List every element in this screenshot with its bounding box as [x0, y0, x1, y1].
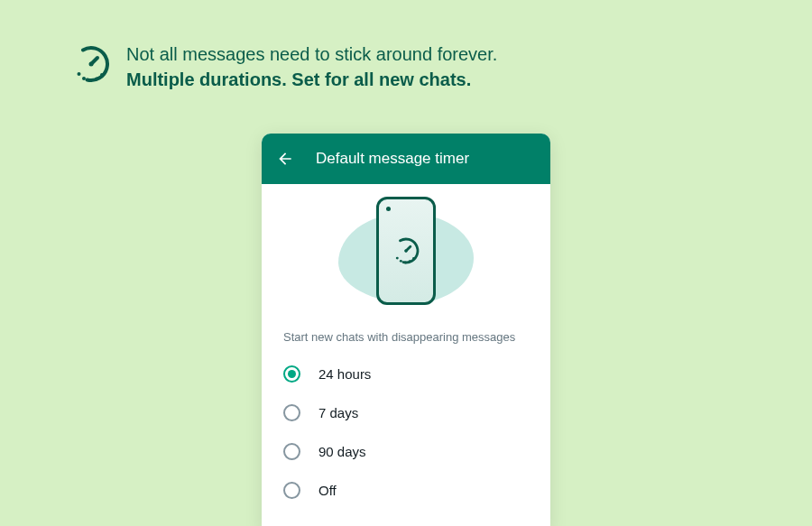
phone-camera-dot — [386, 207, 391, 211]
timer-icon — [391, 235, 421, 266]
option-24-hours[interactable]: 24 hours — [269, 355, 543, 393]
banner-line-2: Multiple durations. Set for all new chat… — [126, 67, 497, 92]
settings-screen: Default message timer Start new chats wi… — [262, 134, 550, 526]
option-label: 90 days — [318, 444, 366, 459]
radio-icon — [283, 443, 300, 460]
banner-text: Not all messages need to stick around fo… — [126, 42, 497, 92]
arrow-left-icon — [276, 149, 294, 169]
promo-banner: Not all messages need to stick around fo… — [72, 42, 497, 92]
phone-illustration — [376, 197, 436, 305]
svg-point-9 — [412, 257, 415, 260]
timer-icon — [72, 45, 110, 83]
option-label: 7 days — [318, 405, 358, 420]
svg-point-1 — [100, 73, 104, 77]
svg-point-12 — [400, 260, 402, 263]
svg-point-2 — [95, 78, 98, 81]
option-label: Off — [318, 483, 337, 498]
header-title: Default message timer — [316, 150, 469, 168]
option-off[interactable]: Off — [269, 471, 543, 510]
option-label: 24 hours — [318, 366, 371, 382]
svg-point-15 — [404, 249, 408, 253]
back-button[interactable] — [276, 150, 294, 168]
radio-icon — [283, 365, 300, 383]
radio-icon — [283, 404, 300, 421]
radio-icon — [283, 482, 300, 499]
banner-line-1: Not all messages need to stick around fo… — [126, 42, 497, 67]
section-label: Start new chats with disappearing messag… — [262, 318, 550, 351]
timer-options: 24 hours 7 days 90 days Off — [262, 351, 550, 513]
svg-point-3 — [88, 78, 92, 82]
option-90-days[interactable]: 90 days — [269, 432, 543, 471]
svg-point-11 — [404, 261, 407, 263]
svg-point-10 — [409, 260, 411, 263]
svg-point-5 — [78, 72, 81, 76]
app-header: Default message timer — [262, 134, 550, 184]
svg-point-7 — [89, 62, 94, 67]
option-7-days[interactable]: 7 days — [269, 393, 543, 432]
illustration — [262, 184, 550, 318]
svg-point-13 — [396, 257, 399, 260]
svg-point-4 — [82, 77, 86, 80]
